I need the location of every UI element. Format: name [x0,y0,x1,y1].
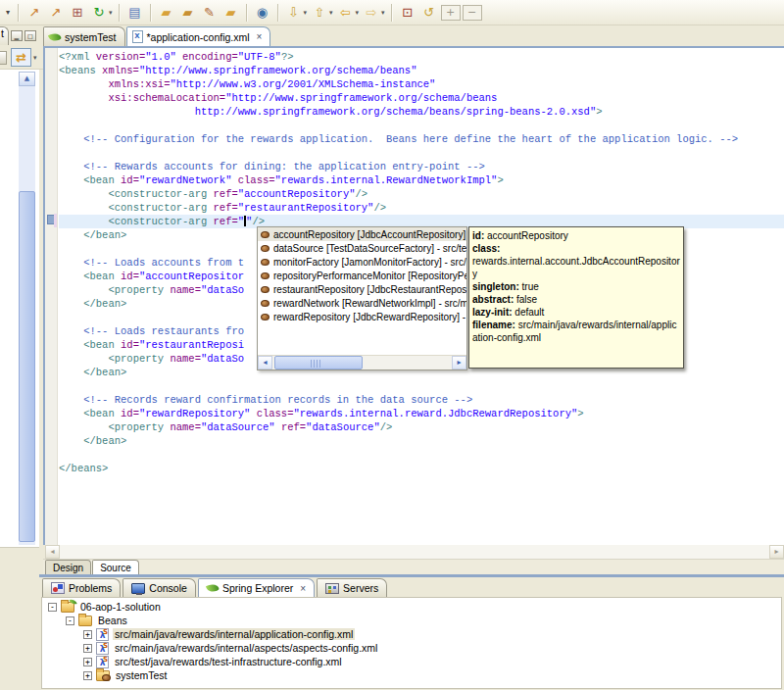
tab-source[interactable]: Source [92,560,139,574]
scroll-up-button[interactable]: ▲ [19,72,35,86]
import-icon-dropdown-caret[interactable]: ▾ [304,9,308,17]
completion-item[interactable]: repositoryPerformanceMonitor [Repository… [258,269,466,282]
tab-console[interactable]: Console [122,578,196,597]
tree-item[interactable]: -06-aop-1-solution [42,600,781,614]
tab-label: *application-config.xml [147,31,250,43]
toolbar-overflow-caret[interactable]: ▾ [3,3,13,23]
completion-item[interactable]: monitorFactory [JamonMonitorFactory] - s… [258,255,466,269]
bottom-view-panel: Problems Console Spring Explorer × Serve… [39,577,784,690]
completion-item-label: rewardNetwork [RewardNetworkImpl] - src/… [273,298,466,309]
toolbar-separator [391,4,393,22]
back-icon-dropdown-caret[interactable]: ▾ [356,9,360,17]
completion-item[interactable]: rewardNetwork [RewardNetworkImpl] - src/… [258,296,466,310]
left-view-panel: t ▁ □ ⇄ ▾ ▲ [0,25,43,577]
tree-item[interactable]: +src/test/java/rewards/test-infrastructu… [42,655,781,668]
completion-item[interactable]: accountRepository [JdbcAccountRepository… [258,227,466,241]
tab-spring-explorer[interactable]: Spring Explorer × [198,578,315,597]
scroll-left-button[interactable]: ◂ [45,545,60,559]
tree-item[interactable]: +src/main/java/rewards/internal/applicat… [42,627,781,641]
scrollbar-thumb[interactable] [19,191,35,542]
completion-item[interactable]: rewardRepository [JdbcRewardRepository] … [258,310,466,323]
minimize-view-button[interactable]: ▁ [11,30,23,41]
new-test-wizard-icon[interactable]: ↗ [46,3,66,23]
bean-icon [261,231,270,238]
tab-label: Servers [343,582,378,594]
code-line [59,146,784,160]
export-icon[interactable]: ⇧ [310,3,329,23]
code-line [59,379,784,393]
close-tab-icon[interactable]: × [257,31,263,42]
code-line: <!-- Configuration for the rewards appli… [59,132,784,146]
report-icon[interactable]: ▤ [125,3,145,23]
tab-systemtest[interactable]: systemTest [43,26,125,46]
xml-file-icon [132,30,143,43]
new-package-icon[interactable]: ⊞ [68,3,87,23]
annotate-icon[interactable]: ✎ [200,3,220,23]
tab-servers[interactable]: Servers [317,578,387,597]
expand-node-icon[interactable]: + [83,644,92,653]
editor-hscrollbar[interactable]: ◂ ▸ [45,545,784,559]
tab-application-config-xml[interactable]: *application-config.xml × [126,26,271,46]
tab-problems[interactable]: Problems [42,578,121,597]
open-type-icon[interactable]: ▰ [157,3,176,23]
expand-all-button[interactable]: + [441,5,461,21]
spring-explorer-tree[interactable]: -06-aop-1-solution-Beans+src/main/java/r… [41,597,782,689]
refresh-icon[interactable]: ↻ [89,3,109,23]
link-with-editor-button[interactable]: ⇄ [11,48,31,67]
main-toolbar: ▾↗↗⊞↻▾▤▰▰✎▰◉⇩▾⇧▾⇦▾⇨▾⊡↺+− [0,0,784,25]
code-line: <property name="dataSource" ref="dataSou… [59,420,784,434]
editor-tab-bar: systemTest *application-config.xml × [43,25,784,46]
import-icon[interactable]: ⇩ [284,3,304,23]
collapse-all-button[interactable]: − [463,5,482,21]
bean-icon [261,259,270,266]
expand-node-icon[interactable]: + [83,658,92,666]
spring-config-icon [96,656,109,668]
problems-icon [51,582,65,594]
popup-hscrollbar[interactable]: ◂ ▸ [258,355,466,370]
tree-item[interactable]: +systemTest [42,668,781,682]
code-line: <constructor-arg ref="restaurantReposito… [59,201,784,215]
maximize-view-button[interactable]: □ [24,30,36,41]
completion-item-label: repositoryPerformanceMonitor [Repository… [273,271,466,281]
scroll-left-button[interactable]: ◂ [258,356,272,370]
completion-item[interactable]: dataSource [TestDataSourceFactory] - src… [258,241,466,255]
open-resource-icon[interactable]: ▰ [178,3,198,23]
scroll-right-button[interactable]: ▸ [452,356,466,370]
tooltip-row: filename: src/main/java/rewards/internal… [472,319,680,344]
code-line: </beans> [59,462,784,475]
completion-item[interactable]: restaurantRepository [JdbcRestaurantRepo… [258,282,466,296]
collapse-node-icon[interactable]: - [48,603,57,612]
forward-icon[interactable]: ⇨ [362,3,381,23]
expand-node-icon[interactable]: + [83,671,92,680]
tab-label: Problems [69,582,112,594]
tab-label: Spring Explorer [222,582,293,594]
refresh-icon-dropdown-caret[interactable]: ▾ [109,9,113,17]
collapse-node-icon[interactable]: - [66,616,74,625]
left-view-tab[interactable]: t [0,26,9,45]
toolbar-separator [277,4,279,22]
tree-item-label: src/test/java/rewards/test-infrastructur… [113,656,344,667]
code-line: </bean> [59,434,784,448]
scroll-right-button[interactable]: ▸ [769,545,784,559]
completion-item-label: accountRepository [JdbcAccountRepository… [273,229,466,240]
tab-label: systemTest [65,31,117,43]
expand-node-icon[interactable]: + [83,630,92,639]
completion-item-label: rewardRepository [JdbcRewardRepository] … [273,312,466,322]
view-menu-caret[interactable]: ▾ [33,54,37,62]
last-edit-location-icon[interactable]: ⊡ [398,3,417,23]
left-view-scrollbar[interactable]: ▲ [19,72,35,545]
refresh-config-icon[interactable]: ↺ [419,3,439,23]
code-line: xmlns:xsi="http://www.w3.org/2001/XMLSch… [59,77,784,91]
tree-item[interactable]: +src/main/java/rewards/internal/aspects/… [42,641,781,655]
web-browser-icon[interactable]: ◉ [253,3,272,23]
tab-design[interactable]: Design [45,560,91,574]
open-folder-icon[interactable]: ▰ [221,3,241,23]
forward-icon-dropdown-caret[interactable]: ▾ [381,9,385,17]
export-icon-dropdown-caret[interactable]: ▾ [329,9,333,17]
new-wizard-icon[interactable]: ↗ [24,3,44,23]
tree-item[interactable]: -Beans [42,614,781,627]
close-tab-icon[interactable]: × [300,583,306,594]
code-line: <bean id="rewardRepository" class="rewar… [59,407,784,420]
back-icon[interactable]: ⇦ [336,3,356,23]
hscrollbar-thumb[interactable] [274,356,363,370]
